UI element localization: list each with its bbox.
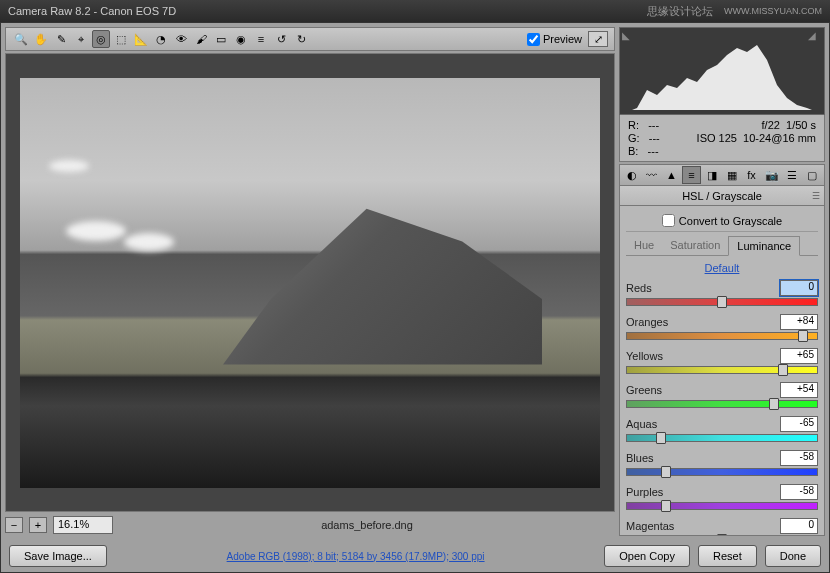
fullscreen-button[interactable]: ⤢ xyxy=(588,31,608,47)
snapshots-tab-icon[interactable]: ▢ xyxy=(802,166,821,184)
slider-label: Blues xyxy=(626,452,654,464)
slider-label: Magentas xyxy=(626,520,674,532)
slider-thumb[interactable] xyxy=(656,432,666,444)
slider-thumb[interactable] xyxy=(661,466,671,478)
basic-tab-icon[interactable]: ◐ xyxy=(622,166,641,184)
targeted-adjust-icon[interactable]: ◎ xyxy=(92,30,110,48)
redeye-tool-icon[interactable]: 👁 xyxy=(172,30,190,48)
exif-info: R: --- G: --- B: --- f/22 1/50 s ISO 125… xyxy=(619,115,825,162)
workflow-link[interactable]: Adobe RGB (1998); 8 bit; 5184 by 3456 (1… xyxy=(107,551,604,562)
split-tone-tab-icon[interactable]: ◨ xyxy=(702,166,721,184)
slider-magentas: Magentas 0 xyxy=(626,518,818,536)
default-link[interactable]: Default xyxy=(626,256,818,280)
zoom-in-button[interactable]: + xyxy=(29,517,47,533)
slider-value-input[interactable]: +54 xyxy=(780,382,818,398)
graduated-filter-icon[interactable]: ▭ xyxy=(212,30,230,48)
slider-reds: Reds 0 xyxy=(626,280,818,308)
rotate-ccw-icon[interactable]: ↺ xyxy=(272,30,290,48)
slider-track[interactable] xyxy=(626,434,818,444)
grayscale-label: Convert to Grayscale xyxy=(679,215,782,227)
lens-tab-icon[interactable]: ▦ xyxy=(722,166,741,184)
app-window: 🔍 ✋ ✎ ⌖ ◎ ⬚ 📐 ◔ 👁 🖌 ▭ ◉ ≡ ↺ ↻ xyxy=(0,22,830,573)
slider-value-input[interactable]: -58 xyxy=(780,484,818,500)
crop-tool-icon[interactable]: ⬚ xyxy=(112,30,130,48)
slider-track[interactable] xyxy=(626,502,818,512)
hsl-panel: Convert to Grayscale Hue Saturation Lumi… xyxy=(619,206,825,536)
slider-value-input[interactable]: +84 xyxy=(780,314,818,330)
slider-track[interactable] xyxy=(626,332,818,342)
rotate-cw-icon[interactable]: ↻ xyxy=(292,30,310,48)
calibration-tab-icon[interactable]: 📷 xyxy=(762,166,781,184)
title-bar: Camera Raw 8.2 - Canon EOS 7D 思缘设计论坛 WWW… xyxy=(0,0,830,22)
slider-yellows: Yellows +65 xyxy=(626,348,818,376)
curve-tab-icon[interactable]: 〰 xyxy=(642,166,661,184)
photo-canvas xyxy=(20,78,600,488)
zoom-out-button[interactable]: − xyxy=(5,517,23,533)
slider-label: Reds xyxy=(626,282,652,294)
saturation-tab[interactable]: Saturation xyxy=(662,236,728,255)
slider-value-input[interactable]: 0 xyxy=(780,280,818,296)
spot-removal-icon[interactable]: ◔ xyxy=(152,30,170,48)
histogram[interactable]: ◣ ◢ xyxy=(619,27,825,115)
panel-title: HSL / Grayscale ☰ xyxy=(619,186,825,206)
slider-label: Purples xyxy=(626,486,663,498)
slider-track[interactable] xyxy=(626,366,818,376)
white-balance-tool-icon[interactable]: ✎ xyxy=(52,30,70,48)
slider-value-input[interactable]: +65 xyxy=(780,348,818,364)
done-button[interactable]: Done xyxy=(765,545,821,567)
straighten-tool-icon[interactable]: 📐 xyxy=(132,30,150,48)
slider-blues: Blues -58 xyxy=(626,450,818,478)
slider-label: Aquas xyxy=(626,418,657,430)
slider-label: Yellows xyxy=(626,350,663,362)
slider-purples: Purples -58 xyxy=(626,484,818,512)
toolbar: 🔍 ✋ ✎ ⌖ ◎ ⬚ 📐 ◔ 👁 🖌 ▭ ◉ ≡ ↺ ↻ xyxy=(5,27,615,51)
color-sampler-icon[interactable]: ⌖ xyxy=(72,30,90,48)
presets-tab-icon[interactable]: ☰ xyxy=(782,166,801,184)
reset-button[interactable]: Reset xyxy=(698,545,757,567)
hsl-tab-icon[interactable]: ≡ xyxy=(682,166,701,184)
radial-filter-icon[interactable]: ◉ xyxy=(232,30,250,48)
slider-label: Greens xyxy=(626,384,662,396)
slider-track[interactable] xyxy=(626,298,818,308)
slider-thumb[interactable] xyxy=(717,534,727,536)
panel-menu-icon[interactable]: ☰ xyxy=(812,191,820,201)
luminance-tab[interactable]: Luminance xyxy=(728,236,800,256)
zoom-bar: − + 16.1% adams_before.dng xyxy=(5,514,615,536)
open-copy-button[interactable]: Open Copy xyxy=(604,545,690,567)
slider-thumb[interactable] xyxy=(798,330,808,342)
slider-thumb[interactable] xyxy=(717,296,727,308)
slider-track[interactable] xyxy=(626,468,818,478)
hsl-subtabs: Hue Saturation Luminance xyxy=(626,236,818,256)
zoom-value[interactable]: 16.1% xyxy=(53,516,113,534)
slider-oranges: Oranges +84 xyxy=(626,314,818,342)
grayscale-checkbox[interactable] xyxy=(662,214,675,227)
adjustment-tabs: ◐ 〰 ▲ ≡ ◨ ▦ fx 📷 ☰ ▢ xyxy=(619,164,825,186)
save-image-button[interactable]: Save Image... xyxy=(9,545,107,567)
image-preview[interactable] xyxy=(5,53,615,512)
slider-label: Oranges xyxy=(626,316,668,328)
slider-thumb[interactable] xyxy=(661,500,671,512)
adjustment-brush-icon[interactable]: 🖌 xyxy=(192,30,210,48)
preferences-icon[interactable]: ≡ xyxy=(252,30,270,48)
effects-tab-icon[interactable]: fx xyxy=(742,166,761,184)
slider-thumb[interactable] xyxy=(769,398,779,410)
window-title: Camera Raw 8.2 - Canon EOS 7D xyxy=(8,5,176,17)
zoom-tool-icon[interactable]: 🔍 xyxy=(12,30,30,48)
slider-value-input[interactable]: -65 xyxy=(780,416,818,432)
detail-tab-icon[interactable]: ▲ xyxy=(662,166,681,184)
hue-tab[interactable]: Hue xyxy=(626,236,662,255)
slider-value-input[interactable]: -58 xyxy=(780,450,818,466)
slider-aquas: Aquas -65 xyxy=(626,416,818,444)
watermark: 思缘设计论坛 WWW.MISSYUAN.COM xyxy=(647,4,822,19)
slider-greens: Greens +54 xyxy=(626,382,818,410)
slider-track[interactable] xyxy=(626,400,818,410)
preview-checkbox[interactable]: Preview xyxy=(527,33,582,46)
slider-thumb[interactable] xyxy=(778,364,788,376)
slider-value-input[interactable]: 0 xyxy=(780,518,818,534)
filename-label: adams_before.dng xyxy=(119,519,615,531)
hand-tool-icon[interactable]: ✋ xyxy=(32,30,50,48)
footer: Save Image... Adobe RGB (1998); 8 bit; 5… xyxy=(1,540,829,572)
